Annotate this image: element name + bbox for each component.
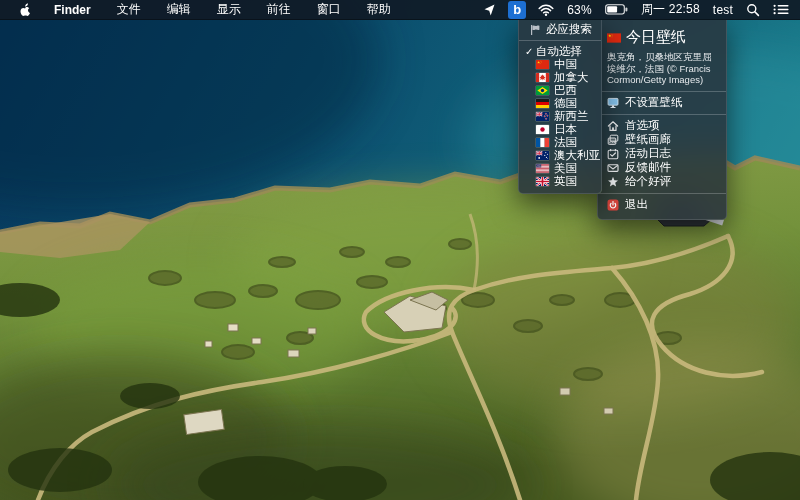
- flag-china-icon: [536, 60, 549, 69]
- star-icon: [607, 176, 619, 188]
- menu-item-activity-log[interactable]: 活动日志: [598, 147, 726, 161]
- menu-separator: [598, 91, 726, 92]
- clock-menu-extra[interactable]: 周一 22:58: [638, 0, 703, 20]
- menu-separator: [519, 40, 601, 41]
- gallery-icon: [607, 134, 619, 146]
- menu-item-quit[interactable]: 退出: [598, 198, 726, 212]
- menu-item-preferences[interactable]: 首选项: [598, 119, 726, 133]
- apple-logo-icon: [18, 2, 31, 17]
- menu-separator: [598, 193, 726, 194]
- flag-australia-icon: [536, 151, 549, 160]
- battery-icon: [605, 4, 628, 15]
- flag-united-kingdom-icon: [536, 177, 549, 186]
- notification-center-menu-extra[interactable]: [770, 0, 792, 20]
- flag-china-icon: [607, 33, 621, 43]
- menu-item-wallpaper-gallery[interactable]: 壁纸画廊: [598, 133, 726, 147]
- search-icon: [746, 3, 760, 17]
- menu-separator: [598, 114, 726, 115]
- calendar-check-icon: [607, 148, 619, 160]
- bing-b-icon: b: [513, 3, 521, 16]
- wifi-icon: [538, 4, 554, 16]
- menu-item-label: 不设置壁纸: [625, 95, 683, 110]
- flag-france-icon: [536, 138, 549, 147]
- location-arrow-icon: [483, 3, 496, 16]
- menu-item-dont-set-wallpaper[interactable]: 不设置壁纸: [598, 96, 726, 110]
- battery-percent-label[interactable]: 63%: [564, 0, 595, 20]
- menubar-app-name[interactable]: Finder: [41, 0, 104, 20]
- apple-menu[interactable]: [10, 0, 41, 20]
- bing-wallpaper-menu: 今日壁纸 奥克角，贝桑地区克里屈埃维尔，法国 (© Francis Cormon…: [597, 20, 727, 220]
- menu-bar: Finder 文件 编辑 显示 前往 窗口 帮助 b: [0, 0, 800, 20]
- menubar-menu-help[interactable]: 帮助: [354, 0, 404, 20]
- menubar-menu-file[interactable]: 文件: [104, 0, 154, 20]
- menu-item-label: 英国: [554, 174, 577, 189]
- list-icon: [773, 4, 789, 15]
- power-quit-icon: [607, 199, 619, 211]
- wallpaper-description: 奥克角，贝桑地区克里屈埃维尔，法国 (© Francis Cormon/Gett…: [598, 49, 726, 87]
- home-icon: [607, 120, 619, 132]
- flag-brazil-icon: [536, 86, 549, 95]
- battery-menu-extra[interactable]: [602, 0, 631, 20]
- menu-item-label: 活动日志: [625, 146, 671, 161]
- menubar-menu-edit[interactable]: 编辑: [154, 0, 204, 20]
- menu-item-label: 壁纸画廊: [625, 132, 671, 147]
- menu-item-label: 给个好评: [625, 174, 671, 189]
- menubar-menu-go[interactable]: 前往: [254, 0, 304, 20]
- flag-germany-icon: [536, 99, 549, 108]
- menu-item-rate-app[interactable]: 给个好评: [598, 175, 726, 189]
- menu-item-label: 退出: [625, 197, 648, 212]
- display-icon: [607, 97, 619, 109]
- today-wallpaper-header: 今日壁纸: [598, 25, 726, 49]
- menu-item-label: 反馈邮件: [625, 160, 671, 175]
- menubar-menu-window[interactable]: 窗口: [304, 0, 354, 20]
- flag-united-states-icon: [536, 164, 549, 173]
- menu-item-feedback-mail[interactable]: 反馈邮件: [598, 161, 726, 175]
- checkmark-icon: ✓: [525, 46, 536, 57]
- menu-item-label: 必应搜索: [546, 22, 592, 37]
- desktop: Finder 文件 编辑 显示 前往 窗口 帮助 b: [0, 0, 800, 500]
- menu-item-bing-search[interactable]: 必应搜索: [519, 23, 601, 36]
- menu-item-country-united-kingdom[interactable]: 英国: [519, 175, 601, 188]
- wifi-menu-extra[interactable]: [535, 0, 557, 20]
- bing-wallpaper-menu-extra-active[interactable]: b: [508, 1, 526, 19]
- flag-new-zealand-icon: [536, 112, 549, 121]
- bing-search-country-submenu: 必应搜索 ✓ 自动选择 中国 加拿大 巴: [518, 20, 602, 194]
- mail-icon: [607, 162, 619, 174]
- today-wallpaper-title: 今日壁纸: [626, 28, 686, 47]
- user-menu-extra[interactable]: test: [710, 0, 736, 20]
- flag-japan-icon: [536, 125, 549, 134]
- location-services-menu-extra[interactable]: [480, 0, 499, 20]
- flag-canada-icon: [536, 73, 549, 82]
- spotlight-menu-extra[interactable]: [743, 0, 763, 20]
- menu-item-label: 首选项: [625, 118, 660, 133]
- banner-flag-icon: [529, 24, 541, 36]
- menubar-menu-view[interactable]: 显示: [204, 0, 254, 20]
